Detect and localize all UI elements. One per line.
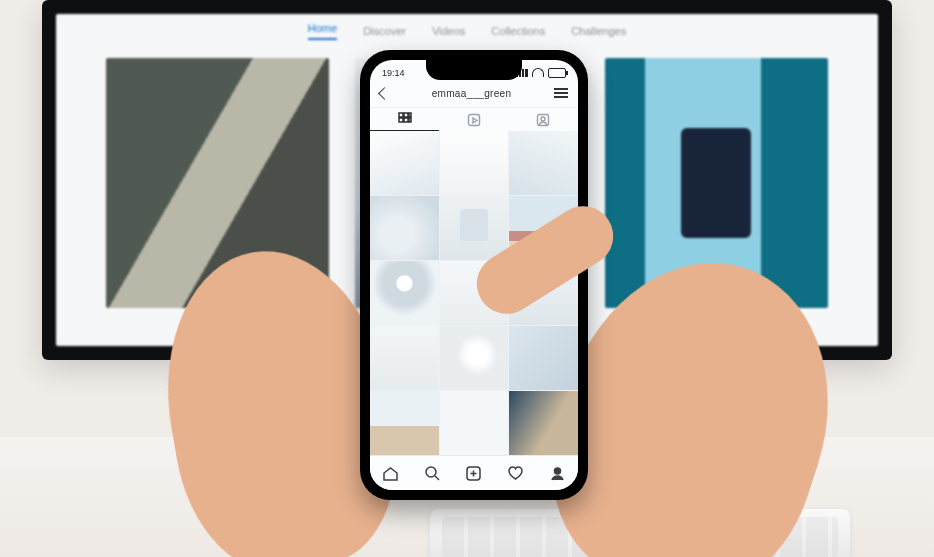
status-time: 19:14 [382,68,405,78]
svg-rect-2 [409,113,411,117]
tagged-icon [536,113,550,127]
grid-photo[interactable] [440,196,509,260]
grid-photo[interactable] [440,326,509,390]
tab-grid[interactable] [370,108,439,132]
nav-activity[interactable] [495,456,537,490]
tab-reels[interactable] [439,108,508,132]
grid-photo[interactable] [370,261,439,325]
monitor-nav-item[interactable]: Discover [363,25,406,37]
nav-home[interactable] [370,456,412,490]
menu-icon[interactable] [554,88,568,98]
plus-square-icon [465,465,482,482]
grid-photo[interactable] [370,131,439,195]
profile-view-tabs [370,108,578,132]
grid-photo[interactable] [509,326,578,390]
nav-profile[interactable] [536,456,578,490]
svg-rect-4 [404,118,408,122]
bottom-nav [370,455,578,490]
home-icon [382,465,399,482]
svg-point-8 [541,117,545,121]
reels-icon [467,113,481,127]
svg-rect-5 [409,118,411,122]
svg-rect-1 [404,113,408,117]
nav-add[interactable] [453,456,495,490]
monitor-nav-item[interactable]: Videos [432,25,465,37]
monitor-nav-item[interactable]: Challenges [571,25,626,37]
profile-icon [549,465,566,482]
svg-point-11 [554,468,560,474]
tab-tagged[interactable] [509,108,578,132]
grid-photo[interactable] [440,391,509,455]
phone-notch [426,60,522,80]
grid-photo[interactable] [370,326,439,390]
monitor-nav-item[interactable]: Collections [491,25,545,37]
profile-username[interactable]: emmaa___green [432,88,512,99]
grid-photo[interactable] [440,131,509,195]
nav-search[interactable] [412,456,454,490]
monitor-nav: Home Discover Videos Collections Challen… [56,14,878,48]
monitor-nav-item[interactable]: Home [308,22,337,40]
grid-photo[interactable] [370,196,439,260]
grid-photo[interactable] [509,391,578,455]
svg-point-9 [426,467,436,477]
grid-photo[interactable] [370,391,439,455]
svg-rect-0 [399,113,403,117]
profile-header: emmaa___green [370,82,578,108]
svg-rect-3 [399,118,403,122]
heart-icon [507,465,524,482]
battery-icon [548,68,566,78]
grid-photo[interactable] [509,131,578,195]
svg-rect-6 [468,114,479,125]
search-icon [424,465,441,482]
photo-scene: Home Discover Videos Collections Challen… [0,0,934,557]
grid-icon [398,112,412,126]
back-icon[interactable] [378,87,391,100]
wifi-icon [532,68,544,77]
